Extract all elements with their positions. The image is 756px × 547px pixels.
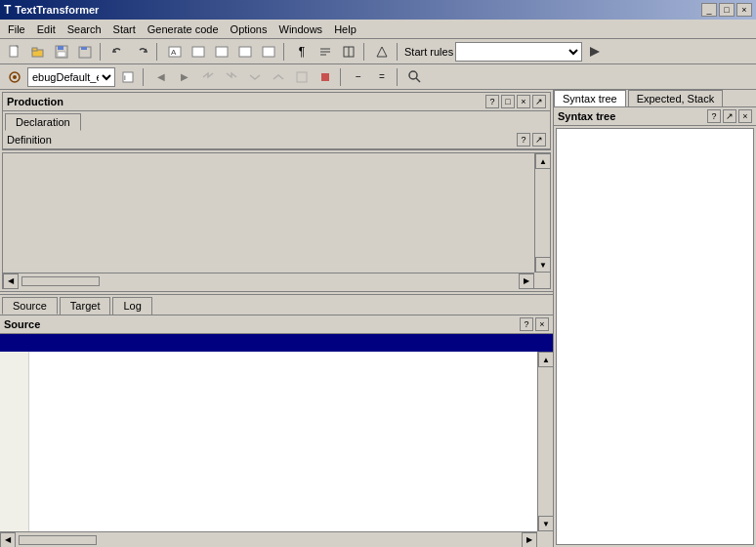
source-scroll-right[interactable]: ▶: [522, 532, 537, 548]
title-bar-controls: _ □ ×: [701, 3, 752, 17]
syntax-close-button[interactable]: ×: [738, 109, 752, 123]
definition-pin-button[interactable]: ↗: [532, 133, 546, 147]
toolbar2-sep-2: [340, 68, 344, 86]
minimize-button[interactable]: _: [701, 3, 717, 17]
svg-rect-13: [263, 47, 274, 57]
pilcrow-button[interactable]: ¶: [291, 41, 313, 63]
tab-declaration[interactable]: Declaration: [5, 113, 81, 131]
svg-point-27: [409, 71, 417, 79]
redo-button[interactable]: [131, 41, 152, 63]
toolbar-sep-3: [283, 43, 287, 61]
source-scroll-up[interactable]: ▲: [538, 352, 554, 367]
btn-h[interactable]: [371, 41, 393, 63]
source-scroll-left[interactable]: ◀: [0, 532, 16, 548]
menu-start[interactable]: Start: [107, 21, 142, 37]
start-rules-select[interactable]: [455, 42, 582, 62]
production-expand-button[interactable]: ↗: [532, 95, 546, 108]
tb2-btn-d[interactable]: [244, 66, 266, 88]
btn-f[interactable]: [315, 41, 336, 63]
left-panel: Production ? □ × ↗ Declaration Definitio…: [0, 90, 554, 547]
debug-dropdown[interactable]: ebugDefault_er: [27, 67, 115, 87]
svg-rect-12: [239, 47, 251, 57]
tb2-search[interactable]: [404, 66, 426, 88]
menu-options[interactable]: Options: [225, 21, 273, 37]
tb2-minus[interactable]: −: [348, 66, 369, 88]
menu-search[interactable]: Search: [62, 21, 107, 37]
production-panel: Production ? □ × ↗ Declaration Definitio…: [2, 92, 551, 150]
maximize-button[interactable]: □: [719, 3, 735, 17]
save-all-button[interactable]: [74, 41, 96, 63]
production-code-editor[interactable]: [3, 153, 534, 273]
syntax-tab-bar: Syntax tree Expected, Stack: [554, 90, 756, 107]
close-button[interactable]: ×: [736, 3, 752, 17]
tb2-fwd[interactable]: ▶: [174, 66, 195, 88]
tb2-stop[interactable]: [315, 66, 336, 88]
scroll-up-btn[interactable]: ▲: [535, 153, 551, 169]
source-scroll-corner: [537, 531, 553, 547]
tb2-equals[interactable]: =: [371, 66, 393, 88]
btn-a[interactable]: A: [164, 41, 186, 63]
undo-button[interactable]: [107, 41, 129, 63]
source-scrollbar-h[interactable]: ◀ ▶: [0, 531, 537, 547]
production-scrollbar-v[interactable]: ▲ ▼: [534, 153, 550, 273]
btn-d[interactable]: [234, 41, 256, 63]
production-code-wrapper: ▲ ▼ ◀ ▶: [2, 152, 551, 289]
svg-point-22: [13, 75, 17, 79]
scroll-left-btn[interactable]: ◀: [3, 274, 19, 289]
production-scrollbar-h[interactable]: ◀ ▶: [3, 273, 534, 288]
definition-section: Definition ? ↗: [3, 131, 550, 149]
production-help-button[interactable]: ?: [485, 95, 499, 108]
menu-windows[interactable]: Windows: [273, 21, 329, 37]
svg-rect-5: [58, 52, 65, 57]
production-controls: ? □ × ↗: [485, 95, 546, 108]
svg-rect-10: [192, 47, 204, 57]
tb2-debug-icon[interactable]: [4, 66, 25, 88]
svg-rect-0: [10, 46, 18, 57]
syntax-pin-button[interactable]: ↗: [723, 109, 736, 123]
production-close-button[interactable]: ×: [517, 95, 530, 108]
toolbar-2: ebugDefault_er i ◀ ▶ − =: [0, 64, 756, 90]
tb2-btn-e[interactable]: [268, 66, 289, 88]
scroll-down-btn[interactable]: ▼: [535, 257, 551, 273]
source-title: Source: [4, 318, 40, 330]
start-rules-go[interactable]: [584, 41, 606, 63]
tab-log[interactable]: Log: [112, 297, 151, 315]
tab-source[interactable]: Source: [2, 297, 58, 315]
menu-help[interactable]: Help: [328, 21, 362, 37]
source-help-button[interactable]: ?: [520, 317, 533, 331]
btn-e[interactable]: [258, 41, 279, 63]
scroll-right-btn[interactable]: ▶: [519, 274, 534, 289]
tb2-btn-c[interactable]: [221, 66, 242, 88]
app-title: TextTransformer: [15, 4, 99, 16]
btn-b[interactable]: [188, 41, 209, 63]
source-panel: Source Target Log Source ? × ▲: [0, 295, 553, 547]
menu-edit[interactable]: Edit: [31, 21, 62, 37]
source-scroll-down[interactable]: ▼: [538, 516, 554, 531]
menu-generate-code[interactable]: Generate code: [142, 21, 225, 37]
syntax-help-button[interactable]: ?: [707, 109, 721, 123]
tb2-btn-a[interactable]: i: [117, 66, 139, 88]
svg-marker-19: [377, 47, 387, 57]
source-scrollbar-v[interactable]: ▲ ▼: [537, 352, 553, 531]
open-button[interactable]: [27, 41, 49, 63]
save-button[interactable]: [51, 41, 72, 63]
tab-syntax-tree[interactable]: Syntax tree: [554, 90, 626, 106]
tb2-btn-b[interactable]: [197, 66, 219, 88]
production-pin-button[interactable]: □: [501, 95, 515, 108]
btn-g[interactable]: [338, 41, 359, 63]
source-text-editor[interactable]: [29, 352, 553, 547]
tab-target[interactable]: Target: [60, 297, 111, 315]
btn-c[interactable]: [211, 41, 232, 63]
scroll-track-v[interactable]: [535, 169, 550, 257]
tb2-back[interactable]: ◀: [150, 66, 172, 88]
svg-line-28: [416, 78, 420, 82]
tb2-btn-f[interactable]: [291, 66, 313, 88]
new-button[interactable]: [4, 41, 25, 63]
definition-help-button[interactable]: ?: [517, 133, 530, 147]
source-scroll-track-v[interactable]: [538, 367, 553, 516]
source-content: ▲ ▼ ◀ ▶: [0, 352, 553, 547]
tab-expected-stack[interactable]: Expected, Stack: [628, 90, 724, 106]
source-close-button[interactable]: ×: [535, 317, 549, 331]
scroll-track-h[interactable]: [19, 274, 519, 289]
menu-file[interactable]: File: [2, 21, 31, 37]
